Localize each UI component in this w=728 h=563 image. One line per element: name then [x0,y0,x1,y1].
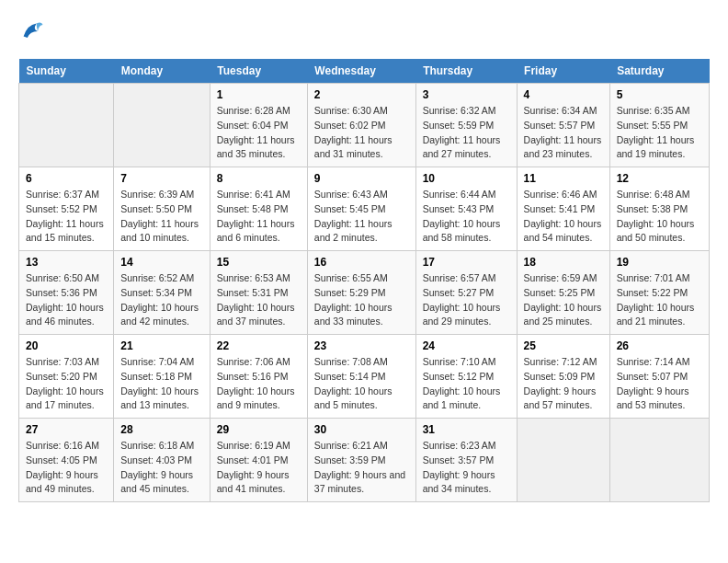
col-header-wednesday: Wednesday [307,59,415,84]
day-info: Sunrise: 6:53 AMSunset: 5:31 PMDaylight:… [217,271,301,329]
day-info: Sunrise: 6:19 AMSunset: 4:01 PMDaylight:… [217,439,301,497]
day-number: 29 [217,423,301,436]
day-number: 1 [217,88,301,101]
calendar-cell-w0-d3: 2 Sunrise: 6:30 AMSunset: 6:02 PMDayligh… [307,84,415,167]
calendar-cell-w1-d5: 11 Sunrise: 6:46 AMSunset: 5:41 PMDaylig… [517,167,609,251]
calendar-cell-w0-d5: 4 Sunrise: 6:34 AMSunset: 5:57 PMDayligh… [517,84,609,167]
day-number: 10 [423,172,510,185]
calendar-cell-w3-d4: 24 Sunrise: 7:10 AMSunset: 5:12 PMDaylig… [415,335,517,419]
day-number: 12 [617,172,702,185]
calendar-cell-w4-d4: 31 Sunrise: 6:23 AMSunset: 3:57 PMDaylig… [415,419,517,502]
calendar-cell-w2-d3: 16 Sunrise: 6:55 AMSunset: 5:29 PMDaylig… [307,251,415,335]
calendar-cell-w1-d0: 6 Sunrise: 6:37 AMSunset: 5:52 PMDayligh… [19,167,114,251]
day-number: 23 [314,339,409,352]
day-number: 25 [524,339,603,352]
calendar-cell-w2-d0: 13 Sunrise: 6:50 AMSunset: 5:36 PMDaylig… [19,251,114,335]
day-number: 17 [423,256,510,269]
calendar-cell-w2-d1: 14 Sunrise: 6:52 AMSunset: 5:34 PMDaylig… [114,251,210,335]
day-number: 27 [26,423,107,436]
calendar-cell-w0-d6: 5 Sunrise: 6:35 AMSunset: 5:55 PMDayligh… [609,84,709,167]
calendar-cell-w3-d6: 26 Sunrise: 7:14 AMSunset: 5:07 PMDaylig… [609,335,709,419]
day-info: Sunrise: 6:28 AMSunset: 6:04 PMDaylight:… [217,104,301,162]
calendar-cell-w2-d4: 17 Sunrise: 6:57 AMSunset: 5:27 PMDaylig… [415,251,517,335]
calendar-cell-w1-d4: 10 Sunrise: 6:44 AMSunset: 5:43 PMDaylig… [415,167,517,251]
col-header-thursday: Thursday [415,59,517,84]
day-info: Sunrise: 6:18 AMSunset: 4:03 PMDaylight:… [120,439,203,497]
day-number: 7 [120,172,203,185]
day-number: 21 [120,339,203,352]
day-info: Sunrise: 6:30 AMSunset: 6:02 PMDaylight:… [314,104,409,162]
day-info: Sunrise: 7:08 AMSunset: 5:14 PMDaylight:… [314,355,409,413]
page-header [18,18,710,44]
day-number: 11 [524,172,603,185]
day-number: 4 [524,88,603,101]
day-number: 19 [617,256,702,269]
calendar-cell-w4-d3: 30 Sunrise: 6:21 AMSunset: 3:59 PMDaylig… [307,419,415,502]
day-info: Sunrise: 6:16 AMSunset: 4:05 PMDaylight:… [26,439,107,497]
day-number: 14 [120,256,203,269]
day-number: 2 [314,88,409,101]
day-info: Sunrise: 6:55 AMSunset: 5:29 PMDaylight:… [314,271,409,329]
day-info: Sunrise: 6:41 AMSunset: 5:48 PMDaylight:… [217,188,301,246]
day-number: 8 [217,172,301,185]
col-header-saturday: Saturday [609,59,709,84]
day-info: Sunrise: 6:48 AMSunset: 5:38 PMDaylight:… [617,188,702,246]
day-info: Sunrise: 6:39 AMSunset: 5:50 PMDaylight:… [120,188,203,246]
day-number: 9 [314,172,409,185]
day-info: Sunrise: 6:44 AMSunset: 5:43 PMDaylight:… [423,188,510,246]
col-header-sunday: Sunday [19,59,114,84]
day-info: Sunrise: 6:35 AMSunset: 5:55 PMDaylight:… [617,104,702,162]
day-info: Sunrise: 6:37 AMSunset: 5:52 PMDaylight:… [26,188,107,246]
day-info: Sunrise: 6:32 AMSunset: 5:59 PMDaylight:… [423,104,510,162]
calendar-cell-w3-d5: 25 Sunrise: 7:12 AMSunset: 5:09 PMDaylig… [517,335,609,419]
calendar-cell-w1-d1: 7 Sunrise: 6:39 AMSunset: 5:50 PMDayligh… [114,167,210,251]
day-number: 24 [423,339,510,352]
day-number: 26 [617,339,702,352]
day-number: 3 [423,88,510,101]
day-number: 20 [26,339,107,352]
calendar-cell-w2-d2: 15 Sunrise: 6:53 AMSunset: 5:31 PMDaylig… [210,251,307,335]
calendar-cell-w4-d6 [609,419,709,502]
calendar-cell-w0-d1 [114,84,210,167]
day-info: Sunrise: 7:04 AMSunset: 5:18 PMDaylight:… [120,355,203,413]
calendar-table: SundayMondayTuesdayWednesdayThursdayFrid… [18,59,710,502]
day-number: 5 [617,88,702,101]
calendar-cell-w2-d5: 18 Sunrise: 6:59 AMSunset: 5:25 PMDaylig… [517,251,609,335]
calendar-cell-w1-d3: 9 Sunrise: 6:43 AMSunset: 5:45 PMDayligh… [307,167,415,251]
calendar-cell-w0-d2: 1 Sunrise: 6:28 AMSunset: 6:04 PMDayligh… [210,84,307,167]
day-number: 13 [26,256,107,269]
day-info: Sunrise: 7:14 AMSunset: 5:07 PMDaylight:… [617,355,702,413]
calendar-cell-w3-d1: 21 Sunrise: 7:04 AMSunset: 5:18 PMDaylig… [114,335,210,419]
col-header-monday: Monday [114,59,210,84]
day-info: Sunrise: 6:46 AMSunset: 5:41 PMDaylight:… [524,188,603,246]
day-info: Sunrise: 6:23 AMSunset: 3:57 PMDaylight:… [423,439,510,497]
day-number: 28 [120,423,203,436]
calendar-cell-w3-d3: 23 Sunrise: 7:08 AMSunset: 5:14 PMDaylig… [307,335,415,419]
calendar-cell-w0-d0 [19,84,114,167]
calendar-cell-w3-d0: 20 Sunrise: 7:03 AMSunset: 5:20 PMDaylig… [19,335,114,419]
calendar-cell-w0-d4: 3 Sunrise: 6:32 AMSunset: 5:59 PMDayligh… [415,84,517,167]
calendar-cell-w4-d5 [517,419,609,502]
logo [18,18,48,44]
calendar-cell-w2-d6: 19 Sunrise: 7:01 AMSunset: 5:22 PMDaylig… [609,251,709,335]
col-header-tuesday: Tuesday [210,59,307,84]
day-number: 31 [423,423,510,436]
day-info: Sunrise: 7:03 AMSunset: 5:20 PMDaylight:… [26,355,107,413]
calendar-cell-w1-d6: 12 Sunrise: 6:48 AMSunset: 5:38 PMDaylig… [609,167,709,251]
calendar-cell-w3-d2: 22 Sunrise: 7:06 AMSunset: 5:16 PMDaylig… [210,335,307,419]
day-info: Sunrise: 6:34 AMSunset: 5:57 PMDaylight:… [524,104,603,162]
calendar-cell-w4-d1: 28 Sunrise: 6:18 AMSunset: 4:03 PMDaylig… [114,419,210,502]
day-info: Sunrise: 6:57 AMSunset: 5:27 PMDaylight:… [423,271,510,329]
logo-bird-icon [18,18,44,44]
day-info: Sunrise: 7:06 AMSunset: 5:16 PMDaylight:… [217,355,301,413]
day-info: Sunrise: 6:52 AMSunset: 5:34 PMDaylight:… [120,271,203,329]
day-number: 22 [217,339,301,352]
day-info: Sunrise: 6:21 AMSunset: 3:59 PMDaylight:… [314,439,409,497]
day-info: Sunrise: 7:12 AMSunset: 5:09 PMDaylight:… [524,355,603,413]
day-number: 18 [524,256,603,269]
day-number: 6 [26,172,107,185]
calendar-cell-w1-d2: 8 Sunrise: 6:41 AMSunset: 5:48 PMDayligh… [210,167,307,251]
day-info: Sunrise: 7:10 AMSunset: 5:12 PMDaylight:… [423,355,510,413]
day-info: Sunrise: 6:50 AMSunset: 5:36 PMDaylight:… [26,271,107,329]
calendar-cell-w4-d2: 29 Sunrise: 6:19 AMSunset: 4:01 PMDaylig… [210,419,307,502]
